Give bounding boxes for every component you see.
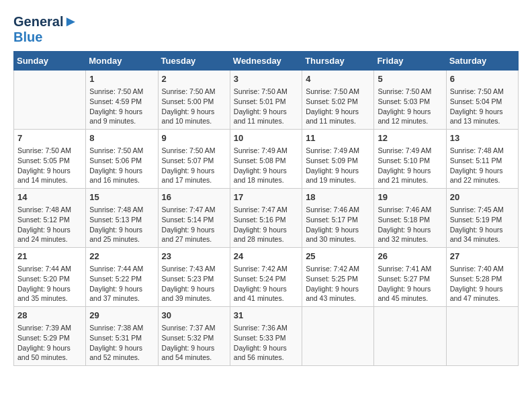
- day-cell: 24Sunrise: 7:42 AMSunset: 5:24 PMDayligh…: [230, 248, 302, 307]
- day-number: 21: [17, 250, 82, 263]
- day-number: 5: [378, 73, 442, 85]
- day-cell: 18Sunrise: 7:46 AMSunset: 5:17 PMDayligh…: [302, 189, 374, 248]
- header-cell-thursday: Thursday: [302, 52, 374, 71]
- day-cell: 4Sunrise: 7:50 AMSunset: 5:02 PMDaylight…: [302, 71, 374, 130]
- day-number: 11: [306, 132, 370, 144]
- day-info: Sunrise: 7:50 AMSunset: 5:05 PMDaylight:…: [17, 146, 82, 185]
- day-number: 19: [378, 191, 442, 203]
- day-info: Sunrise: 7:36 AMSunset: 5:33 PMDaylight:…: [234, 323, 298, 363]
- day-cell: 19Sunrise: 7:46 AMSunset: 5:18 PMDayligh…: [374, 189, 446, 248]
- day-cell: 16Sunrise: 7:47 AMSunset: 5:14 PMDayligh…: [158, 189, 230, 248]
- header-cell-tuesday: Tuesday: [158, 52, 230, 71]
- day-number: 29: [89, 310, 154, 322]
- day-number: 15: [89, 191, 154, 203]
- day-cell: 30Sunrise: 7:37 AMSunset: 5:32 PMDayligh…: [158, 306, 230, 365]
- day-cell: [14, 71, 86, 130]
- page-header: General► Blue: [13, 13, 519, 44]
- day-cell: 3Sunrise: 7:50 AMSunset: 5:01 PMDaylight…: [230, 71, 302, 130]
- day-cell: 8Sunrise: 7:50 AMSunset: 5:06 PMDaylight…: [86, 130, 158, 189]
- day-number: 13: [450, 132, 515, 144]
- day-number: 9: [162, 132, 226, 144]
- day-info: Sunrise: 7:45 AMSunset: 5:19 PMDaylight:…: [450, 205, 515, 244]
- day-cell: 25Sunrise: 7:42 AMSunset: 5:25 PMDayligh…: [302, 248, 374, 307]
- header-row: SundayMondayTuesdayWednesdayThursdayFrid…: [14, 52, 519, 71]
- day-number: 26: [378, 250, 442, 263]
- day-number: 12: [378, 132, 442, 144]
- day-info: Sunrise: 7:50 AMSunset: 5:04 PMDaylight:…: [450, 87, 515, 126]
- day-info: Sunrise: 7:47 AMSunset: 5:16 PMDaylight:…: [234, 205, 298, 244]
- day-number: 6: [450, 73, 515, 85]
- day-cell: 14Sunrise: 7:48 AMSunset: 5:12 PMDayligh…: [14, 189, 86, 248]
- day-cell: 1Sunrise: 7:50 AMSunset: 4:59 PMDaylight…: [86, 71, 158, 130]
- day-info: Sunrise: 7:50 AMSunset: 5:02 PMDaylight:…: [306, 87, 370, 126]
- day-info: Sunrise: 7:48 AMSunset: 5:12 PMDaylight:…: [17, 205, 82, 244]
- day-number: 17: [234, 191, 298, 203]
- day-cell: 28Sunrise: 7:39 AMSunset: 5:29 PMDayligh…: [14, 306, 86, 365]
- day-info: Sunrise: 7:46 AMSunset: 5:18 PMDaylight:…: [378, 205, 442, 244]
- day-info: Sunrise: 7:37 AMSunset: 5:32 PMDaylight:…: [162, 323, 226, 363]
- week-row-4: 21Sunrise: 7:44 AMSunset: 5:20 PMDayligh…: [14, 248, 519, 307]
- header-cell-saturday: Saturday: [446, 52, 518, 71]
- header-cell-wednesday: Wednesday: [230, 52, 302, 71]
- day-info: Sunrise: 7:50 AMSunset: 5:01 PMDaylight:…: [234, 87, 298, 126]
- day-number: 28: [17, 310, 82, 322]
- day-info: Sunrise: 7:47 AMSunset: 5:14 PMDaylight:…: [162, 205, 226, 244]
- day-number: 23: [162, 250, 226, 263]
- day-cell: 15Sunrise: 7:48 AMSunset: 5:13 PMDayligh…: [86, 189, 158, 248]
- day-info: Sunrise: 7:50 AMSunset: 5:07 PMDaylight:…: [162, 146, 226, 185]
- day-cell: [302, 306, 374, 365]
- logo: General► Blue: [13, 13, 78, 44]
- day-cell: [374, 306, 446, 365]
- day-number: 1: [89, 73, 154, 85]
- day-info: Sunrise: 7:38 AMSunset: 5:31 PMDaylight:…: [89, 323, 154, 363]
- week-row-5: 28Sunrise: 7:39 AMSunset: 5:29 PMDayligh…: [14, 306, 519, 365]
- day-number: 18: [306, 191, 370, 203]
- day-cell: 29Sunrise: 7:38 AMSunset: 5:31 PMDayligh…: [86, 306, 158, 365]
- week-row-3: 14Sunrise: 7:48 AMSunset: 5:12 PMDayligh…: [14, 189, 519, 248]
- day-cell: 20Sunrise: 7:45 AMSunset: 5:19 PMDayligh…: [446, 189, 518, 248]
- day-cell: 2Sunrise: 7:50 AMSunset: 5:00 PMDaylight…: [158, 71, 230, 130]
- day-number: 4: [306, 73, 370, 85]
- day-number: 7: [17, 132, 82, 144]
- day-number: 10: [234, 132, 298, 144]
- day-number: 30: [162, 310, 226, 322]
- day-info: Sunrise: 7:50 AMSunset: 4:59 PMDaylight:…: [89, 87, 154, 126]
- day-cell: 13Sunrise: 7:48 AMSunset: 5:11 PMDayligh…: [446, 130, 518, 189]
- day-cell: 9Sunrise: 7:50 AMSunset: 5:07 PMDaylight…: [158, 130, 230, 189]
- day-cell: 11Sunrise: 7:49 AMSunset: 5:09 PMDayligh…: [302, 130, 374, 189]
- day-info: Sunrise: 7:49 AMSunset: 5:09 PMDaylight:…: [306, 146, 370, 185]
- day-number: 31: [234, 310, 298, 322]
- day-number: 2: [162, 73, 226, 85]
- day-number: 25: [306, 250, 370, 263]
- day-info: Sunrise: 7:42 AMSunset: 5:24 PMDaylight:…: [234, 264, 298, 304]
- day-cell: 22Sunrise: 7:44 AMSunset: 5:22 PMDayligh…: [86, 248, 158, 307]
- day-number: 27: [450, 250, 515, 263]
- header-cell-friday: Friday: [374, 52, 446, 71]
- day-number: 24: [234, 250, 298, 263]
- day-cell: 10Sunrise: 7:49 AMSunset: 5:08 PMDayligh…: [230, 130, 302, 189]
- day-cell: 23Sunrise: 7:43 AMSunset: 5:23 PMDayligh…: [158, 248, 230, 307]
- day-cell: 17Sunrise: 7:47 AMSunset: 5:16 PMDayligh…: [230, 189, 302, 248]
- day-cell: 5Sunrise: 7:50 AMSunset: 5:03 PMDaylight…: [374, 71, 446, 130]
- day-info: Sunrise: 7:40 AMSunset: 5:28 PMDaylight:…: [450, 264, 515, 304]
- week-row-2: 7Sunrise: 7:50 AMSunset: 5:05 PMDaylight…: [14, 130, 519, 189]
- day-info: Sunrise: 7:50 AMSunset: 5:00 PMDaylight:…: [162, 87, 226, 126]
- day-number: 16: [162, 191, 226, 203]
- day-cell: 12Sunrise: 7:49 AMSunset: 5:10 PMDayligh…: [374, 130, 446, 189]
- logo-text: General► Blue: [13, 13, 78, 44]
- day-cell: [446, 306, 518, 365]
- day-info: Sunrise: 7:46 AMSunset: 5:17 PMDaylight:…: [306, 205, 370, 244]
- day-number: 8: [89, 132, 154, 144]
- day-info: Sunrise: 7:50 AMSunset: 5:06 PMDaylight:…: [89, 146, 154, 185]
- day-number: 14: [17, 191, 82, 203]
- day-info: Sunrise: 7:48 AMSunset: 5:13 PMDaylight:…: [89, 205, 154, 244]
- day-cell: 6Sunrise: 7:50 AMSunset: 5:04 PMDaylight…: [446, 71, 518, 130]
- day-number: 22: [89, 250, 154, 263]
- day-cell: 31Sunrise: 7:36 AMSunset: 5:33 PMDayligh…: [230, 306, 302, 365]
- day-info: Sunrise: 7:44 AMSunset: 5:20 PMDaylight:…: [17, 264, 82, 304]
- day-info: Sunrise: 7:44 AMSunset: 5:22 PMDaylight:…: [89, 264, 154, 304]
- day-info: Sunrise: 7:42 AMSunset: 5:25 PMDaylight:…: [306, 264, 370, 304]
- calendar-table: SundayMondayTuesdayWednesdayThursdayFrid…: [13, 51, 519, 366]
- day-number: 20: [450, 191, 515, 203]
- header-cell-sunday: Sunday: [14, 52, 86, 71]
